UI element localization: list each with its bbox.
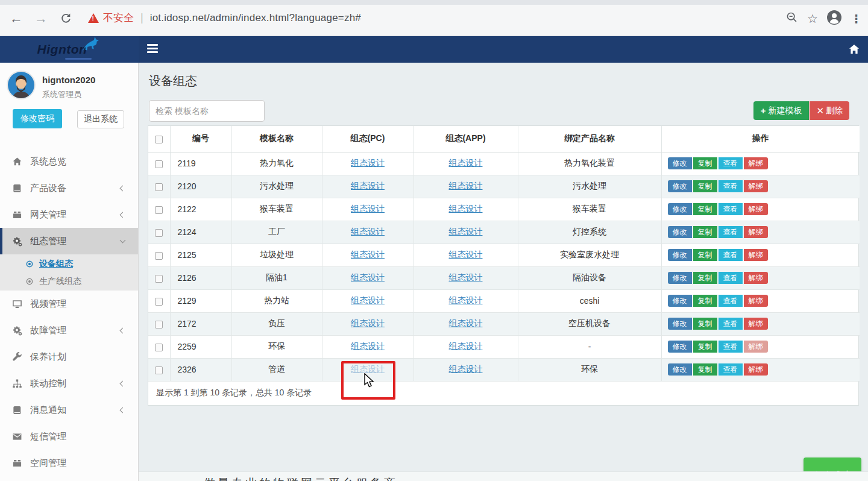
copy-button[interactable]: 复制 [693,157,717,169]
row-checkbox[interactable] [155,252,163,260]
app-config-link[interactable]: 组态设计 [449,227,483,236]
row-checkbox[interactable] [155,321,163,329]
sidebar-item-space[interactable]: 空间管理 [0,450,138,476]
back-icon[interactable]: ← [8,10,25,27]
copy-button[interactable]: 复制 [693,203,717,215]
unbind-button[interactable]: 解绑 [744,157,768,169]
row-checkbox[interactable] [155,366,163,374]
sidebar-item-sms[interactable]: 短信管理 [0,423,138,450]
app-config-link[interactable]: 组态设计 [449,272,483,282]
copy-button[interactable]: 复制 [693,318,717,330]
sidebar-item-products[interactable]: 产品设备 [0,175,138,201]
app-config-link[interactable]: 组态设计 [449,341,483,351]
row-checkbox[interactable] [155,298,163,306]
modify-button[interactable]: 修改 [668,180,692,192]
copy-button[interactable]: 复制 [693,249,717,261]
copy-button[interactable]: 复制 [693,363,717,376]
modify-button[interactable]: 修改 [668,272,692,284]
home-icon[interactable] [848,43,860,55]
app-config-link[interactable]: 组态设计 [449,158,483,168]
sidebar-subitem-device-config[interactable]: 设备组态 [0,255,138,272]
modify-button[interactable]: 修改 [668,226,692,238]
sidebar-item-overview[interactable]: 系统总览 [0,148,138,175]
copy-button[interactable]: 复制 [693,272,717,284]
pc-config-link[interactable]: 组态设计 [351,204,385,213]
app-config-link[interactable]: 组态设计 [449,295,483,305]
logout-button[interactable]: 退出系统 [77,110,124,128]
pc-config-link[interactable]: 组态设计 [351,181,385,190]
modify-button[interactable]: 修改 [668,295,692,307]
app-config-link[interactable]: 组态设计 [449,364,483,374]
view-button[interactable]: 查看 [719,203,743,215]
sidebar-subitem-line-config[interactable]: 生产线组态 [0,272,138,290]
view-button[interactable]: 查看 [719,157,743,169]
delete-button[interactable]: ✕删除 [810,101,849,120]
unbind-button[interactable]: 解绑 [744,226,768,238]
view-button[interactable]: 查看 [719,363,743,376]
row-checkbox[interactable] [155,275,163,283]
unbind-button[interactable]: 解绑 [744,295,768,307]
pc-config-link[interactable]: 组态设计 [351,295,385,305]
search-input[interactable] [149,100,265,122]
modify-button[interactable]: 修改 [668,249,692,261]
app-config-link[interactable]: 组态设计 [449,250,483,259]
unbind-button[interactable]: 解绑 [744,249,768,261]
bookmark-star-icon[interactable]: ☆ [807,11,818,27]
modify-button[interactable]: 修改 [668,203,692,215]
pc-config-link[interactable]: 组态设计 [351,227,385,236]
zoom-out-icon[interactable] [785,11,799,27]
view-button[interactable]: 查看 [719,226,743,238]
unbind-button[interactable]: 解绑 [744,203,768,215]
sidebar-item-config-mgmt[interactable]: 组态管理 [0,228,138,254]
view-button[interactable]: 查看 [719,341,743,353]
pc-config-link[interactable]: 组态设计 [351,341,385,351]
unbind-button[interactable]: 解绑 [744,318,768,330]
sidebar-item-gateway[interactable]: 网关管理 [0,201,138,228]
unbind-button[interactable]: 解绑 [744,341,768,353]
modify-button[interactable]: 修改 [668,363,692,376]
app-config-link[interactable]: 组态设计 [449,318,483,328]
view-button[interactable]: 查看 [719,249,743,261]
url-field[interactable]: iot.idosp.net/admin/index.html?language=… [150,12,361,24]
view-button[interactable]: 查看 [719,318,743,330]
row-checkbox[interactable] [155,344,163,351]
unbind-button[interactable]: 解绑 [744,272,768,284]
select-all-checkbox[interactable] [155,136,163,143]
reload-icon[interactable] [57,12,74,29]
copy-button[interactable]: 复制 [693,180,717,192]
row-checkbox[interactable] [155,183,163,191]
sidebar-item-message[interactable]: 消息通知 [0,397,138,423]
view-button[interactable]: 查看 [719,295,743,307]
pc-config-link[interactable]: 组态设计 [351,364,385,374]
copy-button[interactable]: 复制 [693,341,717,353]
site-security-area[interactable]: 不安全 | iot.idosp.net/admin/index.html?lan… [88,11,361,25]
sidebar-item-linkage[interactable]: 联动控制 [0,370,138,397]
sidebar-toggle-icon[interactable] [147,44,158,55]
pc-config-link[interactable]: 组态设计 [351,250,385,259]
row-checkbox[interactable] [155,206,163,214]
sidebar-item-fault[interactable]: 故障管理 [0,317,138,344]
forward-icon[interactable]: → [33,10,49,27]
browser-profile-icon[interactable] [826,10,842,28]
unbind-button[interactable]: 解绑 [744,363,768,376]
modify-button[interactable]: 修改 [668,341,692,353]
view-button[interactable]: 查看 [719,180,743,192]
unbind-button[interactable]: 解绑 [744,180,768,192]
view-button[interactable]: 查看 [719,272,743,284]
modify-button[interactable]: 修改 [668,318,692,330]
sidebar-item-video[interactable]: 视频管理 [0,291,138,317]
modify-button[interactable]: 修改 [668,157,692,169]
sidebar-item-maintenance[interactable]: 保养计划 [0,344,138,370]
pc-config-link[interactable]: 组态设计 [351,272,385,282]
row-checkbox[interactable] [155,160,163,168]
row-checkbox[interactable] [155,229,163,237]
new-template-button[interactable]: +新建模板 [753,101,810,120]
browser-menu-icon[interactable]: ⋮ [851,12,862,26]
pc-config-link[interactable]: 组态设计 [351,158,385,168]
change-password-button[interactable]: 修改密码 [13,109,62,128]
pc-config-link[interactable]: 组态设计 [351,318,385,328]
app-config-link[interactable]: 组态设计 [449,181,483,190]
app-config-link[interactable]: 组态设计 [449,204,483,213]
copy-button[interactable]: 复制 [693,295,717,307]
copy-button[interactable]: 复制 [693,226,717,238]
